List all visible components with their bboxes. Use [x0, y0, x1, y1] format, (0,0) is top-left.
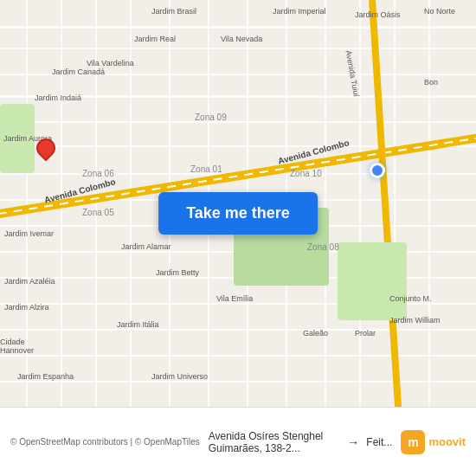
map-container: Avenida Colombo Avenida Colombo Avenida … — [0, 0, 476, 407]
zona-10-label: Zona 10 — [290, 169, 322, 178]
zona-09-label: Zona 09 — [195, 113, 227, 122]
route-to-text: Feit... — [366, 436, 392, 448]
moovit-icon: m — [401, 430, 425, 454]
zona-05-label: Zona 05 — [82, 208, 114, 217]
bottom-bar: © OpenStreetMap contributors | © OpenMap… — [0, 407, 476, 476]
route-from-text: Avenida Osíres Stenghel Guimarães, 138-2… — [209, 430, 341, 454]
zona-06-label: Zona 06 — [82, 169, 114, 178]
current-location-dot — [370, 163, 385, 178]
destination-pin — [36, 138, 55, 163]
route-arrow-icon: → — [347, 435, 359, 449]
zona-08-label: Zona 08 — [307, 242, 339, 252]
copyright-text: © OpenStreetMap contributors | © OpenMap… — [10, 437, 200, 447]
take-me-there-button[interactable]: Take me there — [158, 192, 318, 235]
route-info: Avenida Osíres Stenghel Guimarães, 138-2… — [200, 430, 402, 454]
zona-01-label: Zona 01 — [190, 164, 222, 174]
moovit-text: moovit — [428, 435, 466, 448]
moovit-logo: m moovit — [401, 430, 466, 454]
